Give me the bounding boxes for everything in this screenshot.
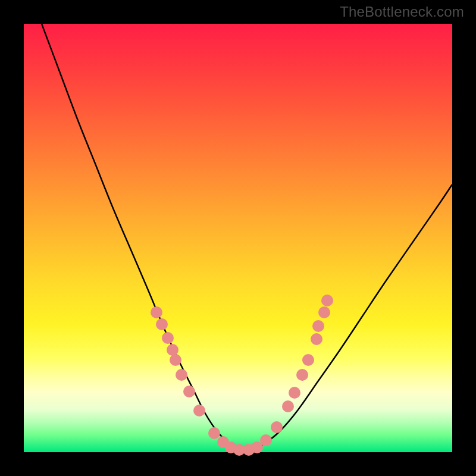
marker-dot [151, 306, 162, 318]
marker-dot [311, 333, 322, 345]
marker-dot [193, 405, 205, 416]
attribution-label: TheBottleneck.com [340, 4, 464, 20]
marker-dots [151, 295, 333, 456]
marker-dot [260, 434, 272, 446]
marker-dot [167, 344, 178, 356]
marker-dot [321, 295, 333, 306]
marker-dot [312, 320, 324, 332]
curve-layer [24, 24, 452, 452]
marker-dot [162, 332, 174, 344]
bottleneck-curve [42, 24, 452, 450]
marker-dot [282, 400, 294, 412]
marker-dot [318, 306, 330, 318]
marker-dot [170, 354, 181, 366]
marker-dot [302, 354, 314, 366]
marker-dot [208, 427, 220, 439]
marker-dot [289, 387, 300, 399]
marker-dot [183, 386, 195, 397]
marker-dot [156, 318, 168, 330]
marker-dot [176, 369, 187, 381]
marker-dot [271, 421, 283, 433]
chart-frame: TheBottleneck.com [0, 0, 476, 476]
marker-dot [296, 369, 308, 381]
plot-area [24, 24, 452, 452]
